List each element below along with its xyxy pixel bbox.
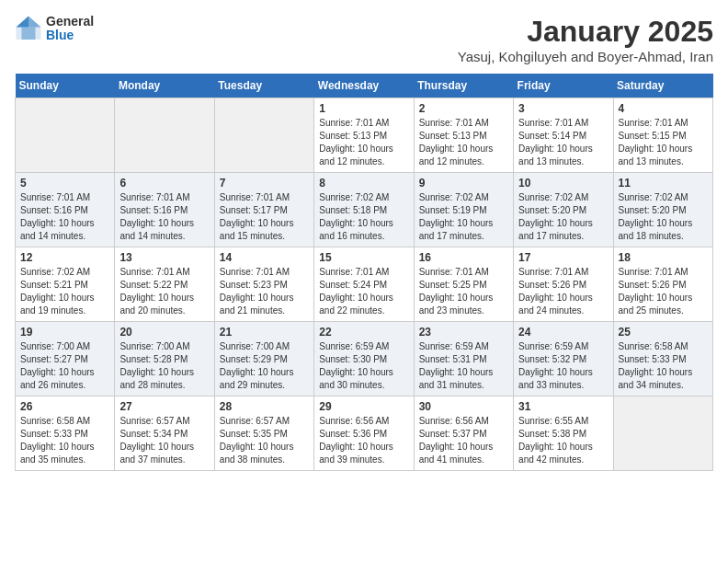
day-content: Sunrise: 7:01 AM Sunset: 5:17 PM Dayligh… — [220, 191, 309, 243]
day-number: 31 — [518, 400, 608, 413]
day-number: 14 — [220, 251, 309, 264]
svg-marker-1 — [28, 17, 41, 28]
day-content: Sunrise: 6:55 AM Sunset: 5:38 PM Dayligh… — [518, 415, 608, 466]
table-row: 2Sunrise: 7:01 AM Sunset: 5:13 PM Daylig… — [414, 98, 513, 173]
day-number: 27 — [119, 400, 209, 413]
logo-icon — [15, 15, 42, 42]
title-block: January 2025 Yasuj, Kohgiluyeh and Boyer… — [458, 15, 713, 64]
day-number: 26 — [20, 400, 109, 413]
day-number: 4 — [619, 102, 708, 115]
table-row: 8Sunrise: 7:02 AM Sunset: 5:18 PM Daylig… — [314, 173, 414, 247]
calendar-table: Sunday Monday Tuesday Wednesday Thursday… — [15, 74, 713, 471]
day-number: 28 — [220, 400, 309, 413]
table-row: 29Sunrise: 6:56 AM Sunset: 5:36 PM Dayli… — [314, 396, 414, 471]
day-number: 29 — [319, 400, 408, 413]
day-number: 21 — [220, 326, 309, 339]
col-saturday: Saturday — [613, 74, 712, 98]
day-content: Sunrise: 6:59 AM Sunset: 5:30 PM Dayligh… — [319, 340, 408, 392]
table-row: 11Sunrise: 7:02 AM Sunset: 5:20 PM Dayli… — [613, 173, 712, 247]
day-number: 5 — [20, 177, 109, 190]
day-number: 18 — [619, 251, 708, 264]
table-row: 1Sunrise: 7:01 AM Sunset: 5:13 PM Daylig… — [314, 98, 414, 173]
week-row-2: 5Sunrise: 7:01 AM Sunset: 5:16 PM Daylig… — [16, 173, 713, 247]
day-number: 12 — [20, 251, 109, 264]
table-row — [115, 98, 214, 173]
day-content: Sunrise: 7:01 AM Sunset: 5:26 PM Dayligh… — [518, 266, 608, 317]
day-content: Sunrise: 7:02 AM Sunset: 5:18 PM Dayligh… — [319, 191, 408, 243]
table-row: 3Sunrise: 7:01 AM Sunset: 5:14 PM Daylig… — [514, 98, 613, 173]
table-row: 23Sunrise: 6:59 AM Sunset: 5:31 PM Dayli… — [414, 322, 513, 396]
day-number: 30 — [419, 400, 508, 413]
table-row: 10Sunrise: 7:02 AM Sunset: 5:20 PM Dayli… — [514, 173, 613, 247]
day-content: Sunrise: 7:00 AM Sunset: 5:29 PM Dayligh… — [220, 340, 309, 392]
day-number: 20 — [119, 326, 209, 339]
day-content: Sunrise: 7:01 AM Sunset: 5:16 PM Dayligh… — [119, 191, 209, 243]
col-wednesday: Wednesday — [314, 74, 414, 98]
day-number: 23 — [419, 326, 508, 339]
day-number: 17 — [518, 251, 608, 264]
day-content: Sunrise: 7:01 AM Sunset: 5:15 PM Dayligh… — [619, 117, 708, 168]
table-row: 16Sunrise: 7:01 AM Sunset: 5:25 PM Dayli… — [414, 247, 513, 322]
logo-general: General — [46, 15, 94, 29]
table-row: 25Sunrise: 6:58 AM Sunset: 5:33 PM Dayli… — [613, 322, 712, 396]
table-row: 21Sunrise: 7:00 AM Sunset: 5:29 PM Dayli… — [214, 322, 313, 396]
table-row: 9Sunrise: 7:02 AM Sunset: 5:19 PM Daylig… — [414, 173, 513, 247]
svg-rect-3 — [22, 28, 36, 40]
day-content: Sunrise: 7:01 AM Sunset: 5:24 PM Dayligh… — [319, 266, 408, 317]
table-row: 17Sunrise: 7:01 AM Sunset: 5:26 PM Dayli… — [514, 247, 613, 322]
day-content: Sunrise: 7:01 AM Sunset: 5:26 PM Dayligh… — [619, 266, 708, 317]
day-content: Sunrise: 7:02 AM Sunset: 5:20 PM Dayligh… — [518, 191, 608, 243]
logo-blue: Blue — [46, 29, 94, 42]
day-content: Sunrise: 7:01 AM Sunset: 5:25 PM Dayligh… — [419, 266, 508, 317]
day-content: Sunrise: 6:59 AM Sunset: 5:32 PM Dayligh… — [518, 340, 608, 392]
table-row: 19Sunrise: 7:00 AM Sunset: 5:27 PM Dayli… — [16, 322, 115, 396]
day-number: 16 — [419, 251, 508, 264]
col-tuesday: Tuesday — [214, 74, 313, 98]
col-friday: Friday — [514, 74, 613, 98]
month-title: January 2025 — [458, 15, 713, 49]
logo-text: General Blue — [46, 15, 94, 43]
col-sunday: Sunday — [16, 74, 115, 98]
week-row-3: 12Sunrise: 7:02 AM Sunset: 5:21 PM Dayli… — [16, 247, 713, 322]
day-content: Sunrise: 7:02 AM Sunset: 5:21 PM Dayligh… — [20, 266, 109, 317]
day-content: Sunrise: 7:01 AM Sunset: 5:13 PM Dayligh… — [319, 117, 408, 168]
table-row: 30Sunrise: 6:56 AM Sunset: 5:37 PM Dayli… — [414, 396, 513, 471]
day-number: 22 — [319, 326, 408, 339]
day-content: Sunrise: 6:57 AM Sunset: 5:34 PM Dayligh… — [119, 415, 209, 466]
day-number: 2 — [419, 102, 508, 115]
table-row: 20Sunrise: 7:00 AM Sunset: 5:28 PM Dayli… — [115, 322, 214, 396]
day-number: 3 — [518, 102, 608, 115]
svg-marker-2 — [17, 17, 29, 28]
day-number: 11 — [619, 177, 708, 190]
table-row: 13Sunrise: 7:01 AM Sunset: 5:22 PM Dayli… — [115, 247, 214, 322]
table-row: 15Sunrise: 7:01 AM Sunset: 5:24 PM Dayli… — [314, 247, 414, 322]
day-content: Sunrise: 6:59 AM Sunset: 5:31 PM Dayligh… — [419, 340, 508, 392]
table-row: 7Sunrise: 7:01 AM Sunset: 5:17 PM Daylig… — [214, 173, 313, 247]
day-number: 8 — [319, 177, 408, 190]
day-number: 7 — [220, 177, 309, 190]
table-row — [613, 396, 712, 471]
day-content: Sunrise: 6:58 AM Sunset: 5:33 PM Dayligh… — [619, 340, 708, 392]
table-row: 12Sunrise: 7:02 AM Sunset: 5:21 PM Dayli… — [16, 247, 115, 322]
table-row — [16, 98, 115, 173]
day-content: Sunrise: 7:01 AM Sunset: 5:14 PM Dayligh… — [518, 117, 608, 168]
day-content: Sunrise: 7:01 AM Sunset: 5:22 PM Dayligh… — [119, 266, 209, 317]
day-number: 6 — [119, 177, 209, 190]
table-row: 14Sunrise: 7:01 AM Sunset: 5:23 PM Dayli… — [214, 247, 313, 322]
table-row: 31Sunrise: 6:55 AM Sunset: 5:38 PM Dayli… — [514, 396, 613, 471]
table-row: 18Sunrise: 7:01 AM Sunset: 5:26 PM Dayli… — [613, 247, 712, 322]
day-number: 19 — [20, 326, 109, 339]
day-content: Sunrise: 6:56 AM Sunset: 5:37 PM Dayligh… — [419, 415, 508, 466]
logo: General Blue — [15, 15, 94, 43]
table-row — [214, 98, 313, 173]
day-number: 25 — [619, 326, 708, 339]
week-row-1: 1Sunrise: 7:01 AM Sunset: 5:13 PM Daylig… — [16, 98, 713, 173]
day-content: Sunrise: 7:01 AM Sunset: 5:16 PM Dayligh… — [20, 191, 109, 243]
day-content: Sunrise: 7:02 AM Sunset: 5:19 PM Dayligh… — [419, 191, 508, 243]
day-content: Sunrise: 6:56 AM Sunset: 5:36 PM Dayligh… — [319, 415, 408, 466]
col-monday: Monday — [115, 74, 214, 98]
calendar-header-row: Sunday Monday Tuesday Wednesday Thursday… — [16, 74, 713, 98]
day-content: Sunrise: 6:58 AM Sunset: 5:33 PM Dayligh… — [20, 415, 109, 466]
day-number: 24 — [518, 326, 608, 339]
day-content: Sunrise: 6:57 AM Sunset: 5:35 PM Dayligh… — [220, 415, 309, 466]
